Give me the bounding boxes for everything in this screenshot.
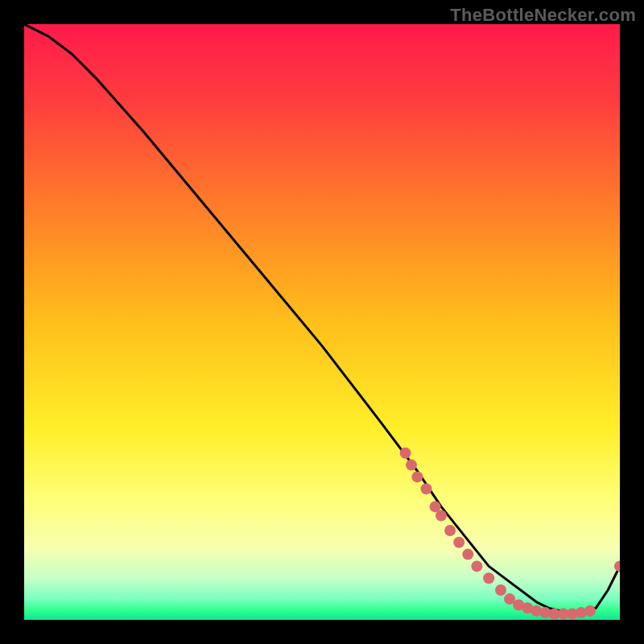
marker-group — [400, 448, 620, 620]
data-marker — [614, 560, 620, 572]
watermark-text: TheBottleNecker.com — [450, 5, 636, 26]
bottleneck-curve — [24, 24, 620, 613]
plot-area — [24, 24, 620, 620]
data-marker — [406, 460, 417, 471]
data-marker — [453, 537, 464, 548]
data-marker — [471, 560, 482, 572]
data-marker — [421, 483, 432, 494]
data-marker — [495, 584, 506, 596]
data-marker — [400, 448, 411, 459]
data-marker — [411, 471, 423, 482]
data-marker — [444, 525, 456, 536]
curve-layer — [24, 24, 620, 620]
data-marker — [436, 510, 447, 522]
data-marker — [483, 572, 494, 584]
data-marker — [462, 549, 473, 560]
curve-group — [24, 24, 620, 613]
chart-stage: TheBottleNecker.com — [0, 0, 644, 644]
data-marker — [584, 605, 596, 617]
